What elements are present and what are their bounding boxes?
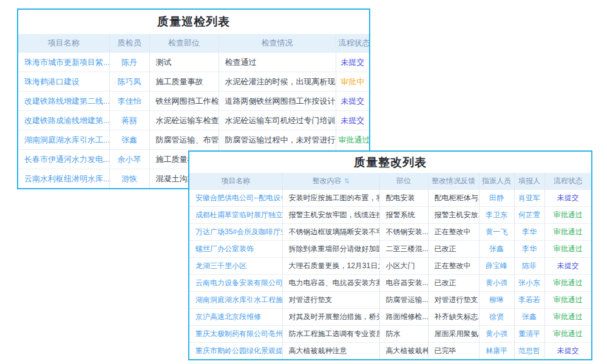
quality-rectification-table: 项目名称整改内容⇅部位整改情况反馈指派人员填报人流程状态安徽合肥供电公司--配电…	[189, 173, 591, 359]
status-text: 审批通过	[336, 130, 369, 150]
project-link[interactable]: 云南水利枢纽潜明水库...	[18, 169, 109, 189]
status-text: 审批通过	[544, 309, 591, 326]
cell-text: 大理石质量更换，12月31日之...	[282, 258, 379, 275]
project-link[interactable]: 云南电力设备安装有限公司20...	[189, 275, 282, 292]
project-link[interactable]: 湖南洞庭湖水库引水工程施工I标	[189, 292, 282, 309]
project-link[interactable]: 重庆太极制药有限公司亳州中...	[189, 326, 282, 343]
person-link[interactable]: 李卫东	[479, 207, 514, 224]
person-link[interactable]: 李华	[514, 224, 544, 241]
project-link[interactable]: 珠海市城市更新项目紫...	[18, 53, 109, 72]
cell-text: 配电安装	[379, 190, 428, 207]
cell-text: 检查通过	[219, 53, 336, 72]
status-text: 未提交	[336, 92, 369, 111]
table-row: 珠海市城市更新项目紫...陈丹测试检查通过未提交	[18, 53, 369, 72]
status-text: 审批通过	[544, 241, 591, 258]
table-row: 重庆市鹅岭公园绿化景观提升...高大植被栽种注意高大植被栽种已完毕林康平范思哲未…	[189, 343, 591, 360]
person-link[interactable]: 陈丹	[109, 53, 149, 72]
project-link[interactable]: 京沪高速北京段维修	[189, 309, 282, 326]
project-link[interactable]: 改建铁路线增建第二线...	[18, 92, 109, 111]
cell-text: 对管进行垫支	[428, 292, 479, 309]
project-link[interactable]: 湖南洞庭湖水库引水工...	[18, 130, 109, 150]
project-link[interactable]: 成都杜甫草堂临时展厅独立展...	[189, 207, 282, 224]
project-link[interactable]: 改建铁路成渝线增建第...	[18, 111, 109, 130]
column-header-4: 整改情况反馈	[428, 173, 479, 190]
person-link[interactable]: 张小东	[514, 275, 544, 292]
person-link[interactable]: 田静	[479, 190, 514, 207]
cell-text: 高大植被栽种注意	[282, 343, 379, 360]
header-row: 项目名称质检员检查部位检查情况流程状态	[18, 34, 369, 53]
person-link[interactable]: 张鑫	[514, 309, 544, 326]
person-link[interactable]: 柳琳	[479, 292, 514, 309]
table-row: 重庆太极制药有限公司亳州中...防水工程施工选调有专业资质...防水屋面采用聚氨…	[189, 326, 591, 343]
person-link[interactable]: 林康平	[479, 343, 514, 360]
cell-text: 路面维修检...	[379, 309, 428, 326]
cell-text: 安装时应按施工图的布置，将...	[282, 190, 379, 207]
table-row: 改建铁路线增建第二线...李佳怡铁丝网围挡工作检查道路两侧铁丝网围挡工作按设计.…	[18, 92, 369, 111]
project-link[interactable]: 螺丝厂办公室装饰	[189, 241, 282, 258]
table-row: 云南电力设备安装有限公司20...电力电容器、电抗器安装方案...电容器安装..…	[189, 275, 591, 292]
column-header-3: 部位	[379, 173, 428, 190]
cell-text: 水泥砼运输车司机经过专门培训...	[219, 111, 336, 130]
cell-text: 已改正	[428, 275, 479, 292]
person-link[interactable]: 徐贤	[479, 309, 514, 326]
quality-inspection-title: 质量巡检列表	[18, 10, 369, 34]
cell-text: 报警主机安放牢固，线缆连接...	[282, 207, 379, 224]
column-header-2[interactable]: 整改内容⇅	[282, 173, 379, 190]
cell-text: 补齐缺失标志...	[428, 309, 479, 326]
person-link[interactable]: 李若若	[514, 292, 544, 309]
column-header-label: 项目名称	[48, 38, 80, 47]
table-row: 螺丝厂办公室装饰拆除到承重墙部分请做好加固...二至三楼混...已改正张鑫李华审…	[189, 241, 591, 258]
cell-text: 施工质量事故	[149, 72, 219, 92]
table-row: 珠海鹤港口建设陈巧凤施工质量事故水泥砼灌注的时候，出现离析现象审批中	[18, 72, 369, 92]
project-link[interactable]: 长春市伊通河水力发电...	[18, 150, 109, 169]
person-link[interactable]: 陈菲	[514, 258, 544, 275]
column-header-label: 流程状态	[339, 38, 370, 47]
person-link[interactable]: 肖亚军	[514, 190, 544, 207]
person-link[interactable]: 董清平	[514, 326, 544, 343]
person-link[interactable]: 范思哲	[514, 343, 544, 360]
sort-icon[interactable]: ⇅	[344, 177, 349, 185]
status-text: 审批通过	[544, 207, 591, 224]
cell-text: 屋面采用聚氨...	[428, 326, 479, 343]
cell-text: 对管进行垫支	[282, 292, 379, 309]
project-link[interactable]: 珠海鹤港口建设	[18, 72, 109, 92]
table-row: 安徽合肥供电公司--配电设备...安装时应按施工图的布置，将...配电安装配电柜…	[189, 190, 591, 207]
cell-text: 测试	[149, 53, 219, 72]
person-link[interactable]: 何芷萱	[514, 207, 544, 224]
project-link[interactable]: 重庆市鹅岭公园绿化景观提升...	[189, 343, 282, 360]
quality-rectification-title: 质量整改列表	[189, 152, 591, 173]
status-text: 审批中	[336, 72, 369, 92]
person-link[interactable]: 陈巧凤	[109, 72, 149, 92]
person-link[interactable]: 余小琴	[109, 150, 149, 169]
person-link[interactable]: 薛宝峰	[479, 258, 514, 275]
person-link[interactable]: 黄小强	[479, 326, 514, 343]
person-link[interactable]: 李华	[514, 241, 544, 258]
table-row: 湖南洞庭湖水库引水工程施工I标对管进行垫支防腐管运输...对管进行垫支柳琳李若若…	[189, 292, 591, 309]
cell-text: 防腐管运输...	[379, 292, 428, 309]
status-text: 审批通过	[544, 326, 591, 343]
column-header-label: 整改内容	[312, 177, 341, 185]
table-row: 成都杜甫草堂临时展厅独立展...报警主机安放牢固，线缆连接...报警系统报警主机…	[189, 207, 591, 224]
person-link[interactable]: 李佳怡	[109, 92, 149, 111]
column-header-5: 指派人员	[479, 173, 514, 190]
project-link[interactable]: 龙湖三千里小区	[189, 258, 282, 275]
column-header-label: 检查情况	[262, 38, 293, 47]
status-text: 未提交	[544, 343, 591, 360]
project-link[interactable]: 安徽合肥供电公司--配电设备...	[189, 190, 282, 207]
cell-text: 铁丝网围挡工作检查	[149, 92, 219, 111]
person-link[interactable]: 黄小强	[479, 275, 514, 292]
table-row: 京沪高速北京段维修对其及时开展整治措施，桥头...路面维修检...补齐缺失标志.…	[189, 309, 591, 326]
person-link[interactable]: 黄一飞	[479, 224, 514, 241]
table-row: 万达广场35#会所及咖啡厅空...不锈钢边框玻璃隔断安装不牢...不锈钢安装..…	[189, 224, 591, 241]
column-header-7: 流程状态	[544, 173, 591, 190]
column-header-5: 流程状态	[336, 34, 369, 53]
person-link[interactable]: 张鑫	[109, 130, 149, 150]
column-header-6: 填报人	[514, 173, 544, 190]
cell-text: 防腐管运输过程中，未对管进行...	[219, 130, 336, 150]
person-link[interactable]: 蒋丽	[109, 111, 149, 130]
project-link[interactable]: 万达广场35#会所及咖啡厅空...	[189, 224, 282, 241]
cell-text: 不锈钢边框玻璃隔断安装不牢...	[282, 224, 379, 241]
person-link[interactable]: 游恢	[109, 169, 149, 189]
cell-text: 小区大门	[379, 258, 428, 275]
person-link[interactable]: 张鑫	[479, 241, 514, 258]
